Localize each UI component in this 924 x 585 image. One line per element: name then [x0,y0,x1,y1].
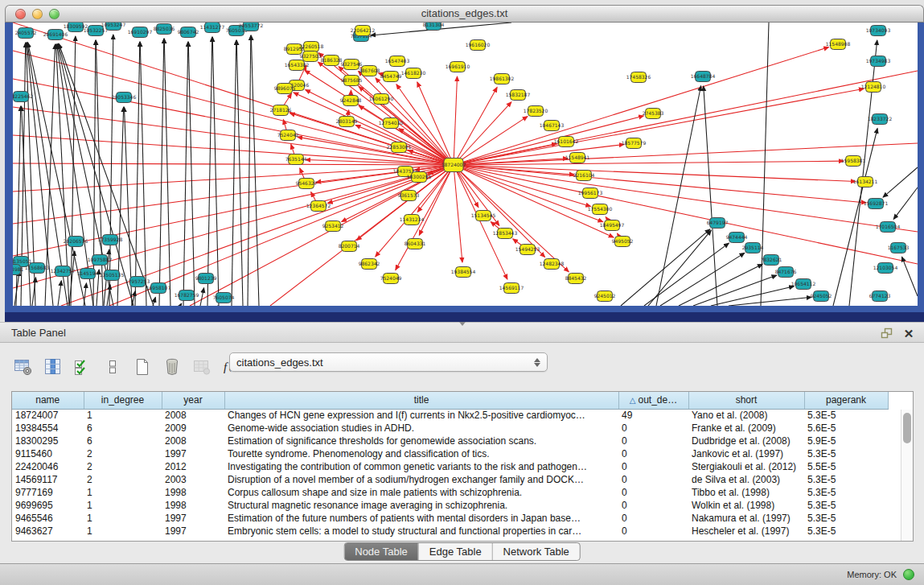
graph-node[interactable]: 7524049 [380,274,402,284]
delete-column-icon[interactable] [162,356,183,379]
column-header-name[interactable]: name [12,392,84,409]
window-titlebar[interactable]: citations_edges.txt [5,5,924,23]
table-row[interactable]: 2242004622012Investigating the contribut… [12,460,888,473]
graph-node[interactable]: 2935114 [742,243,764,253]
graph-node[interactable]: 9245052 [811,291,832,302]
table-mode-icon[interactable] [13,356,34,379]
graph-node[interactable]: 7605074 [213,293,235,303]
graph-node[interactable]: 16782759 [175,290,199,301]
graph-node[interactable]: 12124810 [861,82,886,93]
graph-node[interactable]: 2745383 [643,109,664,119]
graph-node[interactable]: 11548941 [565,153,590,163]
graph-node[interactable]: 2803149 [336,117,358,127]
graph-node[interactable]: 9495052 [612,237,634,247]
graph-node[interactable]: 8845432 [565,274,587,284]
graph-node[interactable]: 9801239 [195,274,217,284]
split-pane-grip[interactable] [459,322,466,326]
table-row[interactable]: 1830029562008Estimation of significance … [12,435,888,447]
close-window-button[interactable] [15,9,26,19]
vertical-scrollbar[interactable] [901,410,913,541]
graph-node[interactable]: 19734983 [866,56,891,67]
create-column-icon[interactable] [132,356,153,379]
row-height-icon[interactable] [102,356,123,379]
graph-node[interactable]: 17016504 [876,222,901,233]
graph-node[interactable]: 15832187 [506,90,531,101]
select-all-icon[interactable] [72,356,93,379]
graph-node[interactable]: 19616020 [466,40,491,51]
graph-node[interactable]: 13505135 [100,270,125,281]
graph-node[interactable]: 16961910 [446,62,470,72]
graph-node[interactable]: 8454749 [380,72,402,82]
graph-node[interactable]: 11548908 [826,39,851,50]
close-panel-icon[interactable]: ✕ [901,326,916,340]
table-row[interactable]: 946554611997Estimation of the future num… [12,512,888,525]
graph-node[interactable]: 20053346 [112,93,137,103]
show-columns-icon[interactable] [43,356,64,379]
graph-node[interactable]: 15692871 [864,199,889,209]
table-row[interactable]: 1872400712008Changes of HCN gene express… [12,409,888,422]
graph-node[interactable]: 2718126 [270,105,292,116]
graph-node[interactable]: 2405572 [15,28,37,39]
graph-node[interactable]: 19956173 [578,188,603,199]
graph-node[interactable]: 16648784 [691,72,716,82]
graph-node[interactable]: 18225462 [13,92,33,102]
graph-node[interactable]: 19861302 [490,74,515,84]
graph-node[interactable]: 15494253 [515,245,540,255]
zoom-window-button[interactable] [49,9,60,19]
graph-node[interactable]: 7635144 [285,154,307,165]
graph-node[interactable]: 9862342 [359,259,380,270]
table-row[interactable]: 969969511998Structural magnetic resonanc… [12,499,888,512]
graph-node[interactable]: 10975887 [88,255,113,266]
graph-node[interactable]: 3913981 [13,265,24,275]
graph-node[interactable]: 7524042 [277,130,299,141]
graph-node[interactable]: 8471676 [775,267,797,278]
graph-node[interactable]: 17554300 [588,204,613,215]
graph-node[interactable]: 10654112 [791,279,816,290]
graph-node[interactable]: 15958381 [841,156,866,167]
graph-node[interactable]: 9875685 [341,76,363,86]
graph-node[interactable]: 7832621 [761,255,782,266]
graph-node[interactable]: 2867608 [359,66,380,76]
float-panel-icon[interactable] [879,326,893,340]
graph-node[interactable]: 12754030 [379,118,404,129]
graph-node[interactable]: 9474444 [726,233,748,243]
column-header-title[interactable]: title [224,392,618,409]
graph-node[interactable]: 10467143 [540,121,565,131]
graph-node[interactable]: 16910297 [128,27,153,38]
graph-node[interactable]: 8825036 [154,24,175,35]
graph-node[interactable]: 15134545 [471,211,496,221]
graph-node[interactable]: 9896075 [274,84,296,94]
graph-node[interactable]: 19384554 [451,267,476,278]
graph-node[interactable]: 9245012 [594,291,616,302]
graph-node[interactable]: 16134211 [853,177,878,187]
graph-node[interactable]: 12482348 [540,259,565,270]
graph-node[interactable]: 22853001 [387,142,412,153]
table-selector-dropdown[interactable]: citations_edges.txt [229,352,548,372]
table-row[interactable]: 1938455462009Genome-wide association stu… [12,422,888,435]
graph-node[interactable]: 8186328 [321,56,343,66]
graph-node[interactable]: 12853443 [493,229,518,239]
graph-node[interactable]: 1167533 [888,243,910,253]
table-panel-titlebar[interactable]: Table Panel ✕ [0,322,924,343]
graph-node[interactable]: 16547403 [385,56,410,67]
graph-node[interactable]: 10734093 [866,26,891,36]
graph-node[interactable]: 16543382 [285,60,310,71]
hub-node[interactable]: 18724007 [441,159,466,172]
tab-node-table[interactable]: Node Table [344,543,418,560]
graph-node[interactable]: 18495497 [600,220,625,231]
graph-node[interactable]: 14569117 [499,283,524,294]
graph-node[interactable]: 16958107 [146,283,171,294]
graph-node[interactable]: 20691406 [43,30,68,40]
graph-node[interactable]: 8200714 [339,241,360,252]
column-header-out-de-[interactable]: △out_de… [618,392,688,409]
column-header-pagerank[interactable]: pagerank [804,392,888,409]
graph-node[interactable]: 11431277 [200,23,225,33]
table-row[interactable]: 977716911998Corpus callosum shape and si… [12,486,888,499]
graph-node[interactable]: 6774123 [869,291,891,302]
column-header-year[interactable]: year [162,392,224,409]
graph-node[interactable]: 11431234 [400,215,425,225]
graph-node[interactable]: 12364572 [306,201,331,212]
table-row[interactable]: 911546021997Tourette syndrome. Phenomeno… [12,447,888,460]
scrollbar-thumb[interactable] [903,413,911,443]
graph-node[interactable]: 1145194 [77,269,99,279]
